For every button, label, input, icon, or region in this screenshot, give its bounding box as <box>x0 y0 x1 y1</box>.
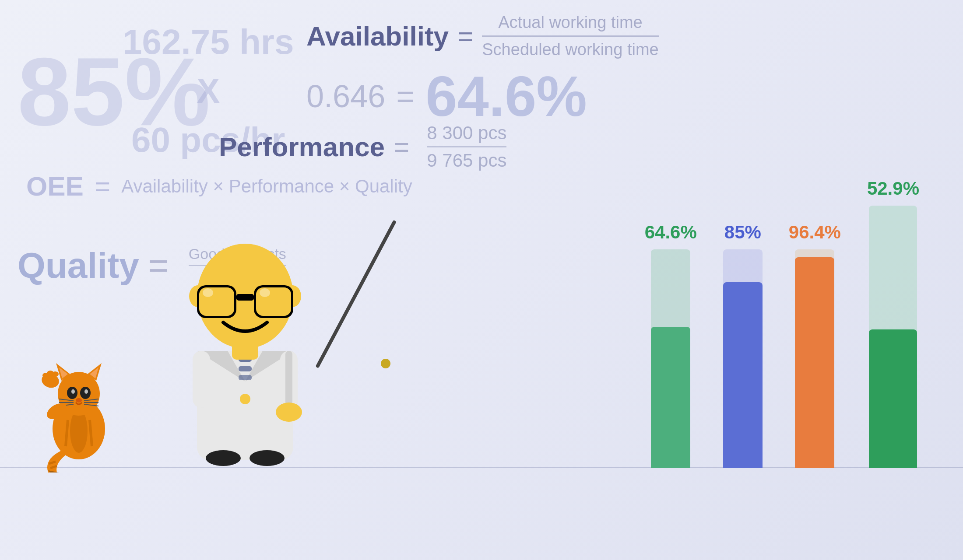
bar-group-availability: 64.6% <box>645 222 697 468</box>
availability-equals: = <box>457 21 473 52</box>
bar-wrapper-oee <box>869 206 917 468</box>
svg-rect-32 <box>239 375 252 380</box>
svg-point-43 <box>260 288 270 297</box>
svg-point-33 <box>240 394 250 404</box>
oee-section: OEE = Availability × Performance × Quali… <box>26 171 412 202</box>
bar-wrapper-performance <box>723 249 763 468</box>
bar-group-performance: 85% <box>723 222 763 468</box>
oee-label: OEE <box>26 171 84 202</box>
oee-equals: = <box>95 171 110 202</box>
availability-decimal: 0.646 <box>306 78 385 114</box>
svg-rect-48 <box>193 351 210 408</box>
svg-point-42 <box>203 288 213 297</box>
bar-group-oee: 52.9% <box>867 178 919 468</box>
svg-rect-31 <box>239 366 252 371</box>
availability-equals2: = <box>396 78 415 114</box>
bar-partial-availability <box>651 327 690 468</box>
availability-section: Availability = Actual working time Sched… <box>306 13 659 59</box>
performance-equals: = <box>394 131 409 162</box>
bar-label-quality: 96.4% <box>789 222 841 243</box>
svg-point-13 <box>76 398 82 402</box>
availability-fraction-line <box>482 35 658 37</box>
svg-point-11 <box>71 389 75 394</box>
quality-label: Quality <box>18 245 139 286</box>
performance-denominator: 9 765 pcs <box>427 150 506 171</box>
svg-point-47 <box>276 402 302 422</box>
character-container <box>162 224 328 469</box>
oee-formula: Availability × Performance × Quality <box>121 176 412 197</box>
bar-partial-performance <box>723 282 763 468</box>
bar-partial-oee <box>869 329 917 468</box>
bar-group-quality: 96.4% <box>789 222 841 468</box>
bar-partial-quality <box>795 257 834 468</box>
bar-label-availability: 64.6% <box>645 222 697 243</box>
bar-label-oee: 52.9% <box>867 178 919 199</box>
svg-rect-44 <box>232 342 258 360</box>
svg-rect-39 <box>236 294 254 301</box>
performance-label: Performance <box>219 131 385 162</box>
svg-point-49 <box>206 450 241 466</box>
performance-numerator: 8 300 pcs <box>427 122 506 144</box>
bar-wrapper-quality <box>795 249 834 468</box>
bar-wrapper-availability <box>651 249 690 468</box>
availability-label: Availability <box>306 21 449 52</box>
availability-denominator: Scheduled working time <box>482 40 658 59</box>
cat-container <box>35 324 114 472</box>
cat-illustration <box>35 324 114 472</box>
performance-fraction-line <box>427 146 506 147</box>
svg-point-12 <box>84 389 88 394</box>
svg-point-50 <box>250 450 285 466</box>
main-container: 85% 162.75 hrs X 60 pcs/hr Availability … <box>0 0 963 560</box>
svg-point-24 <box>52 371 59 377</box>
availability-numerator: Actual working time <box>498 13 642 32</box>
availability-value-row: 0.646 = 64.6% <box>306 63 587 129</box>
availability-fraction: Actual working time Scheduled working ti… <box>482 13 658 59</box>
performance-section: Performance = 8 300 pcs 9 765 pcs <box>219 122 506 171</box>
availability-percent: 64.6% <box>425 63 587 129</box>
bar-label-performance: 85% <box>724 222 761 243</box>
pointer-tip <box>381 359 390 368</box>
performance-fraction: 8 300 pcs 9 765 pcs <box>427 122 506 171</box>
teacher-character <box>162 224 328 469</box>
bar-chart: 64.6% 85% 96.4% 52.9% <box>645 178 919 468</box>
